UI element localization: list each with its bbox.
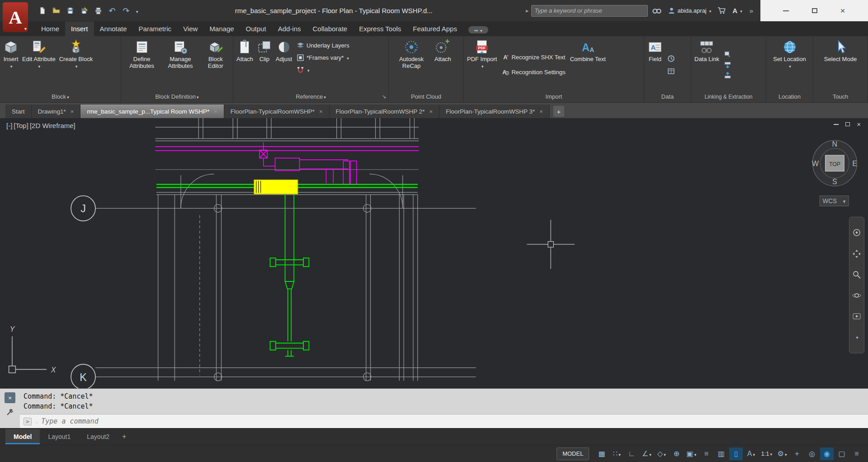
recognition-settings-button[interactable]: A Recognition Settings bbox=[500, 66, 566, 78]
tab-insert[interactable]: Insert bbox=[65, 22, 94, 36]
clip-button[interactable]: Clip bbox=[255, 38, 274, 91]
tab-collaborate[interactable]: Collaborate bbox=[307, 22, 353, 36]
drawing-area[interactable]: [-] [Top] [2D Wireframe] × bbox=[0, 118, 868, 388]
panel-title-linking[interactable]: Linking & Extraction bbox=[691, 91, 766, 102]
undo-icon[interactable]: ↶ bbox=[107, 6, 117, 16]
new-layout-button[interactable]: + bbox=[118, 433, 131, 441]
panel-title-import[interactable]: Import bbox=[464, 91, 644, 102]
viewport-view-control[interactable]: [Top] bbox=[14, 122, 28, 129]
ortho-mode-icon[interactable]: ∟ bbox=[625, 448, 638, 460]
drawing-restore-icon[interactable] bbox=[845, 122, 850, 126]
drawing-close-icon[interactable]: × bbox=[857, 121, 861, 128]
signin-user[interactable]: abida.apraj bbox=[666, 7, 713, 14]
workspace-switching-icon[interactable]: ⚙ bbox=[775, 448, 789, 460]
layout-tab-model[interactable]: Model bbox=[5, 429, 40, 444]
cart-icon[interactable] bbox=[716, 7, 728, 14]
pipe-green[interactable] bbox=[270, 194, 309, 356]
panel-title-touch[interactable]: Touch bbox=[813, 91, 868, 102]
duct-magenta[interactable] bbox=[156, 142, 419, 184]
file-tab-floorplan3[interactable]: FloorPlan-TypicalRoomWSHP 3*× bbox=[439, 105, 550, 118]
qat-dropdown-icon[interactable] bbox=[135, 7, 138, 15]
edit-attribute-button[interactable]: Edit Attribute bbox=[21, 38, 57, 91]
customize-wrench-icon[interactable] bbox=[6, 409, 14, 418]
customization-plus-icon[interactable]: + bbox=[790, 448, 804, 460]
snap-to-underlays-dropdown[interactable] bbox=[295, 64, 351, 76]
panel-title-reference[interactable]: Reference ↘ bbox=[233, 91, 388, 102]
toolbar-overflow-icon[interactable]: » bbox=[747, 7, 756, 14]
attach-button[interactable]: Attach bbox=[235, 38, 255, 91]
close-tab-icon[interactable]: × bbox=[539, 108, 543, 115]
close-tab-icon[interactable]: × bbox=[429, 108, 433, 115]
isometric-drafting-icon[interactable]: ◇ bbox=[655, 448, 668, 460]
save-as-icon[interactable] bbox=[79, 6, 89, 16]
panel-launcher-icon[interactable]: ↘ bbox=[382, 94, 386, 100]
file-tab-floorplan2[interactable]: FloorPlan-TypicalRoomWSHP 2*× bbox=[330, 105, 440, 118]
combine-text-button[interactable]: AA Combine Text bbox=[569, 38, 607, 91]
model-space-toggle[interactable]: MODEL bbox=[557, 448, 589, 460]
field-button[interactable]: A Field bbox=[646, 38, 664, 91]
extract-data-icon[interactable] bbox=[722, 50, 733, 58]
exchange-apps-icon[interactable]: A bbox=[731, 7, 744, 14]
create-block-button[interactable]: Create Block bbox=[58, 38, 94, 91]
plot-icon[interactable] bbox=[93, 6, 103, 16]
close-tab-icon[interactable]: × bbox=[71, 108, 74, 115]
isolate-objects-icon[interactable]: ◎ bbox=[805, 448, 819, 460]
manage-attributes-button[interactable]: Manage Attributes bbox=[161, 38, 199, 91]
snap-mode-icon[interactable]: ∷ bbox=[610, 448, 623, 460]
set-location-button[interactable]: Set Location bbox=[772, 38, 807, 91]
panel-title-data[interactable]: Data bbox=[644, 91, 691, 102]
ole-object-icon[interactable] bbox=[666, 67, 676, 76]
tab-featured-apps[interactable]: Featured Apps bbox=[407, 22, 463, 36]
showmotion-icon[interactable] bbox=[851, 311, 862, 322]
tab-manage[interactable]: Manage bbox=[203, 22, 240, 36]
grid-display-icon[interactable]: ▦ bbox=[595, 448, 609, 460]
object-snap-icon[interactable]: ▣ bbox=[684, 448, 698, 460]
block-editor-button[interactable]: Block Editor bbox=[200, 38, 231, 91]
command-prompt-icon[interactable]: > bbox=[24, 418, 32, 425]
ribbon-display-options-icon[interactable] bbox=[468, 26, 488, 33]
panel-title-point-cloud[interactable]: Point Cloud bbox=[389, 91, 463, 102]
graphics-performance-icon[interactable]: ◉ bbox=[820, 448, 834, 460]
redo-icon[interactable]: ↷ bbox=[121, 6, 131, 16]
file-tab-active[interactable]: rme_basic_sample_p...Typical Room WSHP*× bbox=[80, 105, 224, 118]
pdf-import-button[interactable]: PDF PDF Import bbox=[466, 38, 498, 91]
frames-dropdown[interactable]: *Frames vary* bbox=[295, 52, 351, 64]
upload-to-source-icon[interactable] bbox=[722, 71, 733, 79]
tab-home[interactable]: Home bbox=[35, 22, 65, 36]
close-tab-icon[interactable]: × bbox=[319, 108, 323, 115]
drawing-viewport[interactable]: J K Y X bbox=[0, 118, 868, 388]
search-binoculars-icon[interactable] bbox=[651, 7, 663, 14]
tab-output[interactable]: Output bbox=[240, 22, 272, 36]
panel-title-location[interactable]: Location bbox=[766, 91, 813, 102]
tab-addins[interactable]: Add-ins bbox=[272, 22, 307, 36]
clean-screen-icon[interactable]: ▢ bbox=[835, 448, 849, 460]
file-tab-start[interactable]: Start bbox=[5, 105, 32, 118]
panel-title-block[interactable]: Block bbox=[0, 91, 121, 102]
save-icon[interactable] bbox=[65, 6, 75, 16]
drawing-minimize-icon[interactable] bbox=[834, 124, 839, 125]
orbit-icon[interactable] bbox=[851, 290, 862, 301]
attach-point-cloud-button[interactable]: Attach bbox=[433, 38, 453, 91]
file-tab-floorplan1[interactable]: FloorPlan-TypicalRoomWSHP*× bbox=[224, 105, 330, 118]
command-history[interactable]: Command: *Cancel* Command: *Cancel* bbox=[20, 389, 868, 414]
polar-tracking-icon[interactable]: ∠ bbox=[640, 448, 653, 460]
navigation-wheel-icon[interactable] bbox=[851, 227, 862, 238]
tab-annotate[interactable]: Annotate bbox=[94, 22, 133, 36]
command-close-icon[interactable]: × bbox=[5, 392, 15, 403]
annotation-scale-button[interactable]: 1:1 bbox=[759, 448, 774, 460]
new-drawing-tab-button[interactable]: + bbox=[553, 106, 564, 117]
tab-express-tools[interactable]: Express Tools bbox=[353, 22, 407, 36]
close-tab-icon[interactable]: × bbox=[214, 108, 217, 115]
viewcube-compass[interactable]: TOP N S W E bbox=[812, 140, 857, 186]
zoom-icon[interactable] bbox=[851, 269, 862, 280]
update-fields-icon[interactable] bbox=[666, 54, 676, 63]
select-mode-button[interactable]: Select Mode bbox=[823, 38, 858, 91]
selection-cycling-icon[interactable]: ▥ bbox=[714, 448, 728, 460]
layout-tab-layout2[interactable]: Layout2 bbox=[79, 429, 118, 444]
annotation-visibility-icon[interactable]: A bbox=[744, 448, 758, 460]
wcs-button[interactable]: WCS ▾ bbox=[820, 196, 849, 206]
insert-button[interactable]: Insert bbox=[2, 38, 20, 91]
data-link-button[interactable]: Data Link bbox=[693, 38, 721, 91]
autodesk-recap-button[interactable]: Autodesk ReCap bbox=[391, 38, 432, 91]
viewport-visual-style-control[interactable]: [2D Wireframe] bbox=[30, 122, 75, 129]
